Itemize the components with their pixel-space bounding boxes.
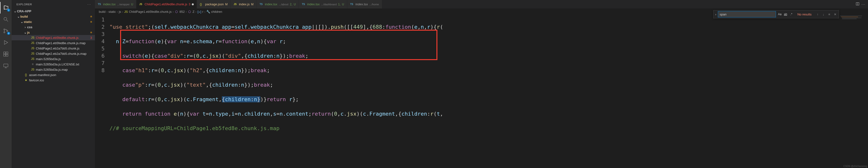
dirty-indicator-icon [192,3,194,5]
tree-item-label: main.5265bd3a.js [36,57,92,61]
line-number: 3 [95,31,104,38]
tree-file[interactable]: ·≡main.5265bd3a.js.LICENSE.txt [11,61,95,67]
minimap[interactable] [839,15,868,168]
tree-item-label: ChildPage2.eb2a7bb5.chunk.js.map [36,52,92,55]
tree-file[interactable]: ·★favicon.ico [11,78,95,83]
js-icon: JS [31,52,35,55]
git-modified-dot [90,32,92,33]
js-icon: JS [31,57,35,60]
match-case-icon[interactable]: Aa [777,11,782,17]
code-content[interactable]: "use strict";(self.webpackChunkcra_app=s… [110,15,839,168]
match-word-icon[interactable]: ab [783,11,788,17]
activity-explorer[interactable]: 1 [0,2,11,13]
activity-scm[interactable]: 9 [0,25,11,37]
find-prev-icon[interactable]: ↑ [815,12,820,16]
tree-file[interactable]: ·JSChildPage2.eb2a7bb5.chunk.js.map [11,51,95,56]
tab-git-status: M [251,3,254,6]
svg-rect-7 [6,54,8,56]
tab-label: package.json [205,2,224,6]
chevron-down-icon: ⌄ [17,15,20,18]
find-widget: › Aa ab .* No results ↑ ↓ ≡ ✕ [713,10,839,18]
tree-file[interactable]: ·JSChildPage1.eb5fed8e.chunk.js3 [11,35,95,40]
svg-point-3 [7,31,8,32]
tab-git-status: U [342,3,344,6]
line-number: 6 [95,52,104,59]
tab-label: index.tsx [103,2,116,6]
split-editor-icon[interactable] [856,2,860,6]
tree-root[interactable]: ⌄ CRA-APP [11,8,95,14]
find-selection-icon[interactable]: ≡ [827,12,832,16]
json-icon: {} [24,73,28,77]
tab[interactable]: TSindex.tsx.../dashboard1,U [299,0,347,8]
breadcrumb-item[interactable]: r [202,10,203,13]
breadcrumb-item[interactable]: js [119,10,121,13]
tree-file[interactable]: ·JSmain.5265bd3a.js.map [11,67,95,72]
tab[interactable]: TSindex.tsx.../home [347,0,382,8]
chevron-down-icon: ⌄ [13,9,17,13]
tree-item-label: build [20,15,90,18]
tree-item-label: ChildPage1.eb5fed8e.chunk.js [36,36,90,40]
find-input[interactable] [718,11,776,17]
close-icon[interactable]: ✕ [832,12,838,16]
tab[interactable]: JSChildPage1.eb5fed8e.chunk.js3 [136,0,197,8]
tabs: TSindex.tsx.../wrapperUJSChildPage1.eb5f… [95,0,868,8]
tab-path: .../dashboard [321,3,337,6]
svg-rect-8 [4,64,8,67]
more-actions-icon[interactable]: ··· [862,2,866,6]
explorer-badge: 1 [7,9,10,11]
tabs-actions: ··· [853,0,868,8]
svg-point-0 [4,17,7,20]
tab-label: index.js [239,2,250,6]
watermark-text: CSDN @zhichaosong [843,165,867,168]
tab-label: index.tsx [355,2,368,6]
editor[interactable]: 1 2 3 4 5 6 7 8 "use strict";(self.webpa… [95,15,868,168]
activity-extensions[interactable] [0,48,11,60]
chevron-right-icon[interactable]: › [713,12,718,16]
find-next-icon[interactable]: ↓ [821,12,826,16]
tab-path: .../about [279,3,288,6]
tab-badge: 1, [338,3,341,6]
sidebar-more-icon[interactable]: ··· [87,3,91,6]
sidebar-header: EXPLORER ··· [11,0,95,8]
breadcrumb-item[interactable]: build [99,10,105,13]
breadcrumb-item[interactable]: ChildPage1.eb5fed8e.chunk.js [129,10,172,13]
regex-icon[interactable]: .* [788,11,794,17]
json-icon: {} [200,2,204,6]
activity-debug[interactable] [0,37,11,48]
line-number: 7 [95,59,104,67]
module-icon: ⬡ [175,10,179,13]
chevron-down-icon: ⌄ [23,31,27,34]
breadcrumb-item[interactable]: 852 [180,10,185,13]
tree-file[interactable]: ·JSmain.5265bd3a.js [11,56,95,61]
scm-badge: 9 [7,32,10,35]
line-number: 1 [95,16,104,24]
breadcrumb-item[interactable]: static [108,10,116,13]
tab-badge: 2, [290,3,292,6]
breadcrumb-item[interactable]: children [211,10,222,13]
tree-root-label: CRA-APP [17,9,92,13]
tree-item-label: js [27,31,90,34]
breadcrumb-item[interactable]: Z [192,10,194,13]
tab[interactable]: TSindex.tsx.../about2,U [257,0,299,8]
activity-search[interactable] [0,13,11,25]
tab[interactable]: {}package.jsonM [197,0,231,8]
module-icon: ⬡ [188,10,192,13]
tree-folder[interactable]: ›css [11,25,95,30]
tree-folder[interactable]: ⌄build [11,14,95,19]
file-tree: ⌄ CRA-APP ⌄build⌄static›css⌄js·JSChildPa… [11,8,95,168]
activity-remote[interactable] [0,60,11,72]
js-icon: JS [139,3,143,6]
tab[interactable]: JSindex.jsM [231,0,257,8]
tree-folder[interactable]: ⌄static [11,19,95,25]
tree-item-label: css [27,25,92,29]
tree-file[interactable]: ·JSChildPage2.eb2a7bb5.chunk.js [11,46,95,51]
tree-file[interactable]: ·{}asset-manifest.json [11,72,95,78]
chevron-down-icon: ⌄ [20,20,24,24]
line-gutter: 1 2 3 4 5 6 7 8 [95,15,110,168]
tab-path: .../home [369,3,379,6]
tab[interactable]: TSindex.tsx.../wrapperU [95,0,136,8]
js-icon: JS [31,36,35,39]
js-icon: JS [234,3,238,6]
tree-file[interactable]: ·JSChildPage1.eb5fed8e.chunk.js.map [11,40,95,46]
tree-folder[interactable]: ⌄js [11,30,95,35]
